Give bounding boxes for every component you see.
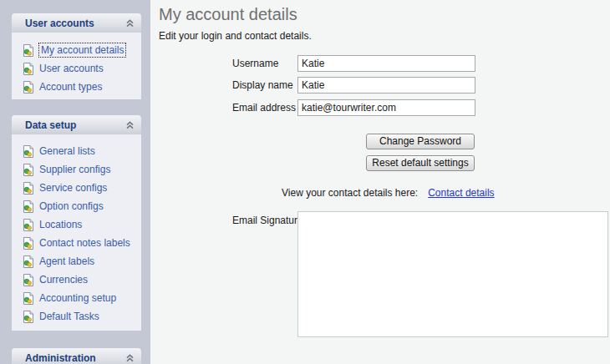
email-address-label: Email address [232, 102, 297, 114]
list-page-icon [23, 292, 33, 305]
section-body: My account details User accounts Account… [12, 33, 141, 99]
list-page-icon [23, 219, 33, 231]
sidebar-item-locations[interactable]: Locations [12, 215, 141, 234]
email-address-field[interactable] [297, 99, 475, 116]
contact-details-link[interactable]: Contact details [428, 187, 494, 199]
collapse-chevron-icon[interactable] [125, 354, 135, 362]
list-page-icon [23, 255, 33, 268]
list-page-icon [23, 63, 33, 75]
main-content: My account details Edit your login and c… [150, 0, 610, 364]
sidebar-item-label: Agent labels [39, 255, 94, 267]
section-body: General lists Supplier configs Service c… [12, 134, 141, 331]
contact-details-row: View your contact details here: Contact … [282, 187, 495, 199]
reset-default-settings-button[interactable]: Reset default settings [366, 155, 475, 171]
email-signature-textarea[interactable] [297, 211, 608, 337]
sidebar-item-label: Supplier configs [39, 164, 110, 175]
contact-details-text: View your contact details here: [282, 187, 418, 199]
display-name-label: Display name [232, 79, 297, 91]
sidebar-item-contact-notes-labels[interactable]: Contact notes labels [12, 234, 141, 252]
section-header-data-setup[interactable]: Data setup [12, 115, 141, 134]
display-name-row: Display name [232, 77, 475, 94]
sidebar-item-label: User accounts [39, 63, 104, 74]
list-page-icon [23, 311, 33, 323]
collapse-chevron-icon[interactable] [125, 19, 135, 28]
sidebar-item-currencies[interactable]: Currencies [12, 270, 141, 289]
sidebar-item-label: Service configs [39, 182, 107, 194]
username-field[interactable] [297, 55, 475, 72]
sidebar-item-label: Currencies [39, 274, 88, 286]
list-page-icon [23, 164, 33, 176]
sidebar-item-user-accounts[interactable]: User accounts [12, 59, 141, 78]
list-page-icon [23, 237, 33, 250]
section-header-administration[interactable]: Administration [12, 348, 141, 364]
sidebar-item-label: Option configs [39, 200, 104, 212]
sidebar-item-label: My account details [39, 43, 125, 57]
section-title: Administration [25, 352, 125, 364]
sidebar-item-default-tasks[interactable]: Default Tasks [12, 307, 141, 326]
collapse-chevron-icon[interactable] [125, 121, 135, 129]
page-subtitle: Edit your login and contact details. [159, 30, 312, 42]
sidebar-section-user-accounts: User accounts My account details User ac… [12, 13, 141, 99]
page-title: My account details [159, 5, 297, 24]
sidebar-item-agent-labels[interactable]: Agent labels [12, 252, 141, 270]
sidebar-item-accounting-setup[interactable]: Accounting setup [12, 289, 141, 307]
list-page-icon [23, 44, 33, 57]
sidebar-item-supplier-configs[interactable]: Supplier configs [12, 160, 141, 179]
sidebar: User accounts My account details User ac… [0, 0, 150, 364]
sidebar-item-account-types[interactable]: Account types [12, 78, 141, 96]
sidebar-item-label: Locations [39, 219, 82, 230]
sidebar-item-label: Default Tasks [39, 311, 99, 322]
email-signature-label: Email Signature [232, 215, 303, 226]
sidebar-item-service-configs[interactable]: Service configs [12, 179, 141, 197]
sidebar-item-label: Account types [39, 81, 102, 93]
list-page-icon [23, 182, 33, 195]
list-page-icon [23, 145, 33, 158]
sidebar-item-my-account-details[interactable]: My account details [12, 41, 141, 59]
sidebar-section-administration: Administration [12, 348, 141, 364]
username-label: Username [232, 58, 297, 69]
section-header-user-accounts[interactable]: User accounts [12, 13, 141, 33]
list-page-icon [23, 274, 33, 286]
sidebar-item-label: Contact notes labels [39, 237, 130, 249]
change-password-button[interactable]: Change Password [366, 134, 475, 149]
sidebar-section-data-setup: Data setup General lists Supplier config… [12, 115, 141, 331]
display-name-field[interactable] [297, 77, 475, 94]
sidebar-item-general-lists[interactable]: General lists [12, 142, 141, 160]
list-page-icon [23, 200, 33, 213]
sidebar-item-label: Accounting setup [39, 292, 116, 304]
email-address-row: Email address [232, 99, 475, 116]
section-title: User accounts [25, 18, 125, 29]
list-page-icon [23, 81, 33, 94]
username-row: Username [232, 55, 475, 72]
sidebar-item-option-configs[interactable]: Option configs [12, 197, 141, 215]
section-title: Data setup [25, 119, 125, 131]
sidebar-item-label: General lists [39, 145, 95, 157]
